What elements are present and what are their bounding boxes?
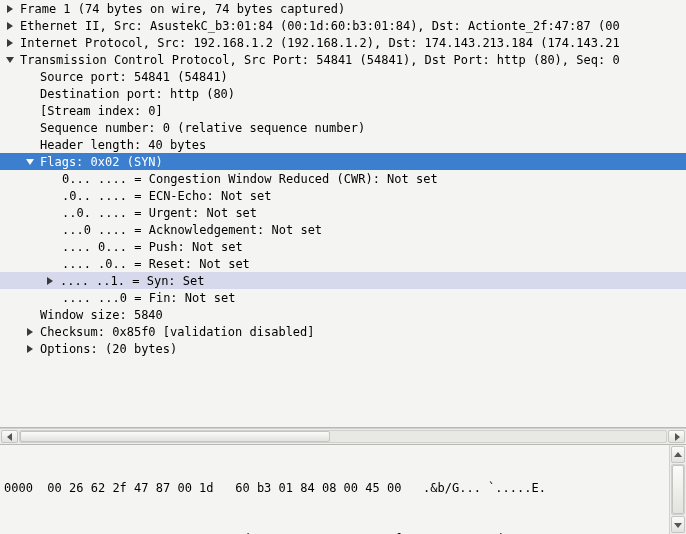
reset-label: .... .0.. = Reset: Not set — [60, 257, 250, 271]
tree-row-options[interactable]: Options: (20 bytes) — [0, 340, 686, 357]
scroll-track-v[interactable] — [671, 464, 685, 515]
seqnum-label: Sequence number: 0 (relative sequence nu… — [38, 121, 365, 135]
cwr-label: 0... .... = Congestion Window Reduced (C… — [60, 172, 438, 186]
vertical-scrollbar[interactable] — [669, 445, 686, 534]
ethernet-summary: Ethernet II, Src: AsustekC_b3:01:84 (00:… — [18, 19, 620, 33]
checksum-label: Checksum: 0x85f0 [validation disabled] — [38, 325, 315, 339]
tree-row-ack[interactable]: ...0 .... = Acknowledgement: Not set — [0, 221, 686, 238]
options-label: Options: (20 bytes) — [38, 342, 177, 356]
scroll-down-button[interactable] — [671, 516, 685, 533]
syn-label: .... ..1. = Syn: Set — [58, 274, 205, 288]
scroll-right-button[interactable] — [668, 430, 685, 443]
collapse-icon[interactable] — [2, 55, 18, 65]
tree-row-ip[interactable]: Internet Protocol, Src: 192.168.1.2 (192… — [0, 34, 686, 51]
hex-dump[interactable]: 0000 00 26 62 2f 47 87 00 1d 60 b3 01 84… — [0, 445, 669, 534]
hdrlen-label: Header length: 40 bytes — [38, 138, 206, 152]
tcp-summary: Transmission Control Protocol, Src Port:… — [18, 53, 620, 67]
ack-label: ...0 .... = Acknowledgement: Not set — [60, 223, 322, 237]
expand-icon[interactable] — [2, 21, 18, 31]
packet-bytes-pane: 0000 00 26 62 2f 47 87 00 1d 60 b3 01 84… — [0, 445, 686, 534]
tree-row-push[interactable]: .... 0... = Push: Not set — [0, 238, 686, 255]
tree-row-stream[interactable]: [Stream index: 0] — [0, 102, 686, 119]
hex-row: 0000 00 26 62 2f 47 87 00 1d 60 b3 01 84… — [4, 480, 665, 497]
expand-icon[interactable] — [42, 276, 58, 286]
ip-summary: Internet Protocol, Src: 192.168.1.2 (192… — [18, 36, 620, 50]
expand-icon[interactable] — [22, 327, 38, 337]
tree-row-cwr[interactable]: 0... .... = Congestion Window Reduced (C… — [0, 170, 686, 187]
tree-row-fin[interactable]: .... ...0 = Fin: Not set — [0, 289, 686, 306]
tree-row-frame[interactable]: Frame 1 (74 bytes on wire, 74 bytes capt… — [0, 0, 686, 17]
tree-row-flags[interactable]: Flags: 0x02 (SYN) — [0, 153, 686, 170]
frame-summary: Frame 1 (74 bytes on wire, 74 bytes capt… — [18, 2, 345, 16]
dstport-label: Destination port: http (80) — [38, 87, 235, 101]
packet-details-pane: Frame 1 (74 bytes on wire, 74 bytes capt… — [0, 0, 686, 428]
scroll-track[interactable] — [19, 430, 667, 443]
tree-row-urg[interactable]: ..0. .... = Urgent: Not set — [0, 204, 686, 221]
scroll-left-button[interactable] — [1, 430, 18, 443]
ecn-label: .0.. .... = ECN-Echo: Not set — [60, 189, 272, 203]
expand-icon[interactable] — [22, 344, 38, 354]
tree-row-srcport[interactable]: Source port: 54841 (54841) — [0, 68, 686, 85]
scroll-up-button[interactable] — [671, 446, 685, 463]
tree-row-tcp[interactable]: Transmission Control Protocol, Src Port:… — [0, 51, 686, 68]
tree-row-dstport[interactable]: Destination port: http (80) — [0, 85, 686, 102]
scroll-thumb-v[interactable] — [672, 465, 684, 514]
expand-icon[interactable] — [2, 4, 18, 14]
tree-row-reset[interactable]: .... .0.. = Reset: Not set — [0, 255, 686, 272]
tree-row-checksum[interactable]: Checksum: 0x85f0 [validation disabled] — [0, 323, 686, 340]
tree-row-winsize[interactable]: Window size: 5840 — [0, 306, 686, 323]
urg-label: ..0. .... = Urgent: Not set — [60, 206, 257, 220]
horizontal-scrollbar[interactable] — [0, 428, 686, 445]
push-label: .... 0... = Push: Not set — [60, 240, 243, 254]
flags-label: Flags: 0x02 (SYN) — [38, 155, 163, 169]
collapse-icon[interactable] — [22, 157, 38, 167]
tree-row-seqnum[interactable]: Sequence number: 0 (relative sequence nu… — [0, 119, 686, 136]
tree-row-syn[interactable]: .... ..1. = Syn: Set — [0, 272, 686, 289]
blank-row — [0, 357, 686, 374]
tree-row-hdrlen[interactable]: Header length: 40 bytes — [0, 136, 686, 153]
tree-row-ecn[interactable]: .0.. .... = ECN-Echo: Not set — [0, 187, 686, 204]
winsize-label: Window size: 5840 — [38, 308, 163, 322]
fin-label: .... ...0 = Fin: Not set — [60, 291, 235, 305]
srcport-label: Source port: 54841 (54841) — [38, 70, 228, 84]
scroll-thumb[interactable] — [20, 431, 330, 442]
expand-icon[interactable] — [2, 38, 18, 48]
stream-label: [Stream index: 0] — [38, 104, 163, 118]
tree-row-ethernet[interactable]: Ethernet II, Src: AsustekC_b3:01:84 (00:… — [0, 17, 686, 34]
